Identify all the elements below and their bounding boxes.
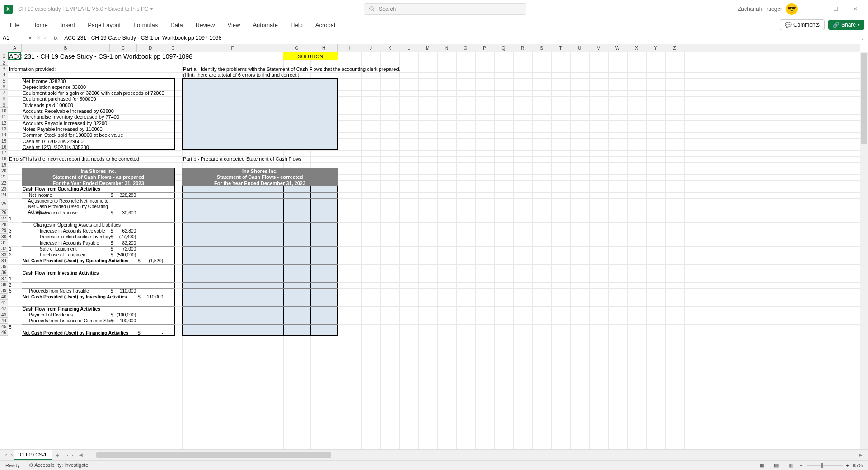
tab-data[interactable]: Data [164,19,189,31]
tab-file[interactable]: File [4,19,26,31]
view-page-layout-icon[interactable]: ▤ [771,461,782,470]
row-header-14[interactable]: 14 [0,132,8,138]
column-header-G[interactable]: G [283,44,310,52]
name-box[interactable]: A1 [0,32,27,44]
row-header-37[interactable]: 37 [0,276,8,282]
row-header-39[interactable]: 39 [0,288,8,294]
answer-box-a[interactable] [182,78,338,150]
view-page-break-icon[interactable]: ▥ [785,461,796,470]
row-header-8[interactable]: 8 [0,96,8,102]
formula-bar-expand[interactable]: ⌄ [857,36,868,41]
row-header-25[interactable]: 25 [0,198,8,210]
column-header-N[interactable]: N [437,44,456,52]
select-all-corner[interactable] [0,44,8,52]
tab-acrobat[interactable]: Acrobat [309,19,342,31]
column-header-T[interactable]: T [551,44,570,52]
name-box-dropdown[interactable]: ▾ [27,32,33,44]
column-header-C[interactable]: C [110,44,137,52]
row-header-34[interactable]: 34 [0,258,8,264]
report2-body[interactable] [182,186,338,336]
tab-automate[interactable]: Automate [246,19,284,31]
row-header-29[interactable]: 29 [0,228,8,234]
horizontal-scrollbar[interactable] [92,452,850,458]
zoom-out-button[interactable]: − [800,463,802,468]
row-header-31[interactable]: 31 [0,240,8,246]
tab-review[interactable]: Review [189,19,221,31]
row-header-38[interactable]: 38 [0,282,8,288]
row-header-44[interactable]: 44 [0,318,8,324]
row-header-7[interactable]: 7 [0,90,8,96]
cells-area[interactable]: ACC 231 - CH 19 Case Study - CS-1 on Wor… [8,52,860,449]
row-header-4[interactable]: 4 [0,72,8,78]
comments-button[interactable]: 💬 Comments [780,19,825,30]
zoom-value[interactable]: 85% [853,463,863,468]
vertical-scrollbar[interactable] [860,52,868,449]
row-header-5[interactable]: 5 [0,78,8,84]
sheet-tab-active[interactable]: CH 19 CS-1 [14,450,52,460]
column-header-H[interactable]: H [310,44,338,52]
row-header-17[interactable]: 17 [0,150,8,156]
row-header-2[interactable]: 2 [0,60,8,66]
tab-help[interactable]: Help [284,19,309,31]
hscroll-left[interactable]: ◀ [77,452,84,457]
user-avatar[interactable]: 😎 [786,3,798,15]
row-header-13[interactable]: 13 [0,126,8,132]
row-header-19[interactable]: 19 [0,162,8,168]
row-header-10[interactable]: 10 [0,108,8,114]
tab-formulas[interactable]: Formulas [127,19,164,31]
zoom-in-button[interactable]: + [846,463,849,468]
accessibility-status[interactable]: ⚙ Accessibility: Investigate [29,462,89,468]
tab-nav-next[interactable]: › [9,452,14,458]
close-button[interactable]: ✕ [846,2,864,16]
row-header-12[interactable]: 12 [0,120,8,126]
column-header-L[interactable]: L [399,44,418,52]
row-header-41[interactable]: 41 [0,300,8,306]
column-header-M[interactable]: M [418,44,437,52]
row-header-9[interactable]: 9 [0,102,8,108]
column-header-Z[interactable]: Z [665,44,684,52]
vscroll-thumb[interactable] [861,53,867,144]
chevron-down-icon[interactable]: ▾ [150,6,153,11]
hscroll-thumb[interactable] [96,452,331,458]
column-header-F[interactable]: F [182,44,283,52]
row-header-45[interactable]: 45 [0,324,8,330]
maximize-button[interactable]: ☐ [826,2,845,16]
tab-menu[interactable]: ⋯ [63,451,77,459]
formula-input[interactable]: ACC 231 - CH 19 Case Study - CS-1 on Wor… [61,35,857,41]
row-header-28[interactable]: 28 [0,222,8,228]
row-header-6[interactable]: 6 [0,84,8,90]
tab-insert[interactable]: Insert [54,19,82,31]
column-header-S[interactable]: S [532,44,551,52]
column-header-R[interactable]: R [513,44,532,52]
row-header-42[interactable]: 42 [0,306,8,312]
column-header-U[interactable]: U [570,44,589,52]
minimize-button[interactable]: — [807,2,825,16]
tab-page-layout[interactable]: Page Layout [81,19,127,31]
row-header-18[interactable]: 18 [0,156,8,162]
hscroll-right[interactable]: ▶ [857,452,864,457]
add-sheet-button[interactable]: + [52,451,63,459]
row-header-15[interactable]: 15 [0,138,8,144]
row-header-23[interactable]: 23 [0,186,8,192]
column-header-E[interactable]: E [164,44,182,52]
row-header-36[interactable]: 36 [0,270,8,276]
row-header-33[interactable]: 33 [0,252,8,258]
row-header-46[interactable]: 46 [0,330,8,336]
row-header-32[interactable]: 32 [0,246,8,252]
column-header-P[interactable]: P [475,44,494,52]
view-normal-icon[interactable]: ▦ [756,461,767,470]
search-box[interactable] [364,3,526,15]
row-header-43[interactable]: 43 [0,312,8,318]
tab-view[interactable]: View [221,19,246,31]
tab-nav-prev[interactable]: ‹ [4,452,9,458]
row-header-3[interactable]: 3 [0,66,8,72]
accept-formula-icon[interactable]: ✓ [43,35,48,41]
column-header-V[interactable]: V [589,44,608,52]
column-header-Q[interactable]: Q [494,44,513,52]
tab-home[interactable]: Home [26,19,54,31]
row-header-1[interactable]: 1 [0,52,8,60]
fx-icon[interactable]: fx [51,35,61,41]
row-header-16[interactable]: 16 [0,144,8,150]
zoom-slider[interactable] [807,465,843,466]
column-header-X[interactable]: X [627,44,646,52]
